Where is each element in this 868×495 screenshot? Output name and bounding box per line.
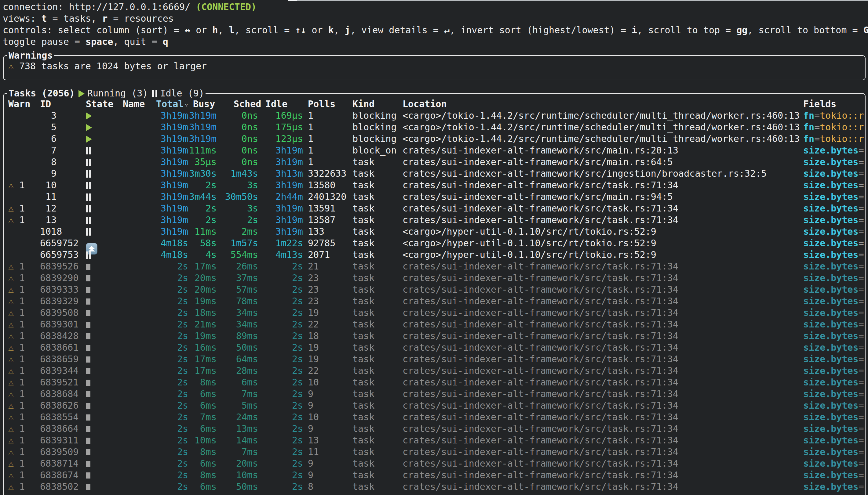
busy-duration: 19ms xyxy=(195,296,217,306)
warn-cell: ⚠︎1 xyxy=(8,295,40,307)
polls-cell: 23 xyxy=(303,272,352,284)
task-row[interactable]: ⚠︎168395262s17ms26ms2s21taskcrates/sui-i… xyxy=(4,261,865,272)
task-row[interactable]: ⚠︎168393112s10ms14ms2s13taskcrates/sui-i… xyxy=(4,434,865,446)
task-row[interactable]: ⚠︎168393442s17ms28ms2s22taskcrates/sui-i… xyxy=(4,365,865,377)
warn-cell xyxy=(8,226,40,237)
help-segment: ↑↓ xyxy=(295,25,306,35)
task-id-cell: 6838428 xyxy=(40,330,86,342)
task-id-cell: 6839521 xyxy=(40,377,86,388)
column-header-name[interactable]: Name xyxy=(123,98,153,110)
fields-cell: size.bytes= xyxy=(803,272,865,284)
idle-duration: 3h19m xyxy=(276,226,303,237)
sched-duration: 89ms xyxy=(236,330,258,341)
state-cell xyxy=(86,261,123,272)
sched-cell: 14ms xyxy=(217,434,258,446)
task-row[interactable]: ⚠︎168386742s8ms10ms2s9taskcrates/sui-ind… xyxy=(4,470,865,481)
task-row[interactable]: ⚠︎168385022s6ms50ms2s8taskcrates/sui-ind… xyxy=(4,481,865,493)
fields-cell: size.bytes= xyxy=(803,446,865,458)
task-row[interactable]: ⚠︎168386592s17ms64ms2s19taskcrates/sui-i… xyxy=(4,353,865,365)
idle-duration: 4m13s xyxy=(276,249,303,260)
kind-cell: task xyxy=(352,284,403,295)
state-cell xyxy=(86,110,123,121)
sched-duration: 0ns xyxy=(241,110,258,121)
task-row[interactable]: ⚠︎168385542s7ms24ms2s10taskcrates/sui-in… xyxy=(4,411,865,423)
column-header-polls[interactable]: Polls xyxy=(303,98,352,110)
task-row[interactable]: 66597524m18s58s1m57s1m22s92785task<cargo… xyxy=(4,237,865,249)
task-row[interactable]: ⚠︎1 123h19m2s3s3h19m13591taskcrates/sui-… xyxy=(4,203,865,214)
sched-duration: 2ms xyxy=(241,226,258,237)
warning-triangle-icon: ⚠︎ xyxy=(8,411,19,423)
warn-cell: ⚠︎1 xyxy=(8,342,40,353)
field-key: size.bytes xyxy=(803,307,858,318)
task-row[interactable]: ⚠︎168393292s19ms78ms2s23taskcrates/sui-i… xyxy=(4,295,865,307)
sched-cell: 0ns xyxy=(217,133,258,144)
task-row[interactable]: ⚠︎168386642s6ms13ms2s9taskcrates/sui-ind… xyxy=(4,423,865,434)
state-idle-icon xyxy=(86,159,91,166)
warn-count: 1 xyxy=(19,377,25,388)
fields-cell: size.bytes= xyxy=(803,203,865,214)
task-row[interactable]: ⚠︎168393012s21ms34ms2s22taskcrates/sui-i… xyxy=(4,319,865,330)
column-header-idle[interactable]: Idle xyxy=(258,98,303,110)
column-header-warn[interactable]: Warn xyxy=(8,98,40,110)
task-row[interactable]: 83h19m35µs0ns3h19m1taskcrates/sui-indexe… xyxy=(4,156,865,168)
column-header-id[interactable]: ID xyxy=(40,98,86,110)
task-row[interactable]: ⚠︎168386842s6ms7ms2s9taskcrates/sui-inde… xyxy=(4,388,865,400)
help-segment: r xyxy=(102,13,107,24)
task-row[interactable]: ⚠︎168386612s16ms50ms2s19taskcrates/sui-i… xyxy=(4,342,865,353)
task-row[interactable]: ⚠︎168393332s20ms57ms2s23taskcrates/sui-i… xyxy=(4,284,865,295)
fields-cell: size.bytes= xyxy=(803,400,865,411)
column-header-state[interactable]: State xyxy=(86,98,123,110)
column-header-loc[interactable]: Location xyxy=(403,98,803,110)
fields-cell: fn=tokio::r xyxy=(803,110,865,121)
busy-duration: 3m30s xyxy=(189,168,217,179)
state-idle-icon xyxy=(86,147,91,154)
task-id-cell: 6838661 xyxy=(40,342,86,353)
help-segment: (CONNECTED) xyxy=(196,1,256,12)
busy-cell: 18ms xyxy=(188,307,217,319)
state-cell xyxy=(86,342,123,353)
task-row[interactable]: 33h19m3h19m0ns169µs1blocking<cargo>/toki… xyxy=(4,110,865,121)
task-row[interactable]: 93h19m3m30s1m43s3h13m3322633taskcrates/s… xyxy=(4,168,865,180)
task-row[interactable]: ⚠︎1 133h19m2s2s3h19m13587taskcrates/sui-… xyxy=(4,214,865,226)
task-row[interactable]: ⚠︎1 103h19m2s3s3h19m13580taskcrates/sui-… xyxy=(4,180,865,191)
warn-count: 1 xyxy=(19,203,25,214)
field-equals: = xyxy=(858,180,864,190)
task-row[interactable]: ⚠︎168387142s6ms20ms2s9taskcrates/sui-ind… xyxy=(4,458,865,470)
total-duration: 3h19m xyxy=(161,122,188,133)
state-running-icon xyxy=(86,112,92,120)
task-row[interactable]: ⚠︎168392902s20ms37ms2s23taskcrates/sui-i… xyxy=(4,272,865,284)
task-row[interactable]: ⚠︎168395092s8ms7ms2s11taskcrates/sui-ind… xyxy=(4,446,865,458)
state-cell xyxy=(86,319,123,330)
polls-cell: 1 xyxy=(303,144,352,156)
idle-duration: 2s xyxy=(292,412,303,422)
task-row[interactable]: ⚠︎168386262s6ms5ms2s9taskcrates/sui-inde… xyxy=(4,400,865,411)
idle-cell: 1m22s xyxy=(258,237,303,249)
task-row[interactable]: ⚠︎168395082s18ms34ms2s19taskcrates/sui-i… xyxy=(4,307,865,319)
task-row[interactable]: 66597534m18s4s554ms4m13s2071task<cargo>/… xyxy=(4,249,865,261)
task-row[interactable]: 10183h19m11ms2ms3h19m133task<cargo>/hype… xyxy=(4,226,865,237)
warn-cell: ⚠︎1 xyxy=(8,446,40,458)
column-header-fields[interactable]: Fields xyxy=(803,98,865,110)
column-header-label: Name xyxy=(123,99,145,109)
total-cell: 3h19m xyxy=(153,121,188,133)
task-row[interactable]: ⚠︎168384282s19ms89ms2s18taskcrates/sui-i… xyxy=(4,330,865,342)
field-equals: = xyxy=(858,238,864,249)
column-header-kind[interactable]: Kind xyxy=(352,98,403,110)
sched-duration: 13ms xyxy=(236,423,258,434)
location-cell: crates/sui-indexer-alt-framework/src/tas… xyxy=(403,295,803,307)
sched-cell: 50ms xyxy=(217,342,258,353)
task-row[interactable]: 113h19m3m44s30m50s2h44m2401320taskcrates… xyxy=(4,191,865,203)
task-row[interactable]: 53h19m3h19m0ns175µs1blocking<cargo>/toki… xyxy=(4,121,865,133)
busy-duration: 17ms xyxy=(195,365,217,376)
location-cell: crates/sui-indexer-alt-framework/src/tas… xyxy=(403,272,803,284)
column-header-total[interactable]: Total▿ xyxy=(153,98,188,110)
column-header-sched[interactable]: Sched xyxy=(217,98,258,110)
task-row[interactable]: 63h19m3h19m0ns123µs1blocking<cargo>/toki… xyxy=(4,133,865,144)
location-cell: <cargo>/tokio-1.44.2/src/runtime/schedul… xyxy=(403,133,803,144)
field-equals: = xyxy=(858,319,864,329)
task-row[interactable]: ⚠︎168395212s8ms6ms2s10taskcrates/sui-ind… xyxy=(4,377,865,388)
column-header-busy[interactable]: Busy xyxy=(188,98,217,110)
task-id-cell: 6838554 xyxy=(40,411,86,423)
task-row[interactable]: 73h19m111ms0ns3h19m1block_oncrates/sui-i… xyxy=(4,144,865,156)
table-header-row: WarnIDStateNameTotal▿BusySchedIdlePollsK… xyxy=(4,98,865,110)
